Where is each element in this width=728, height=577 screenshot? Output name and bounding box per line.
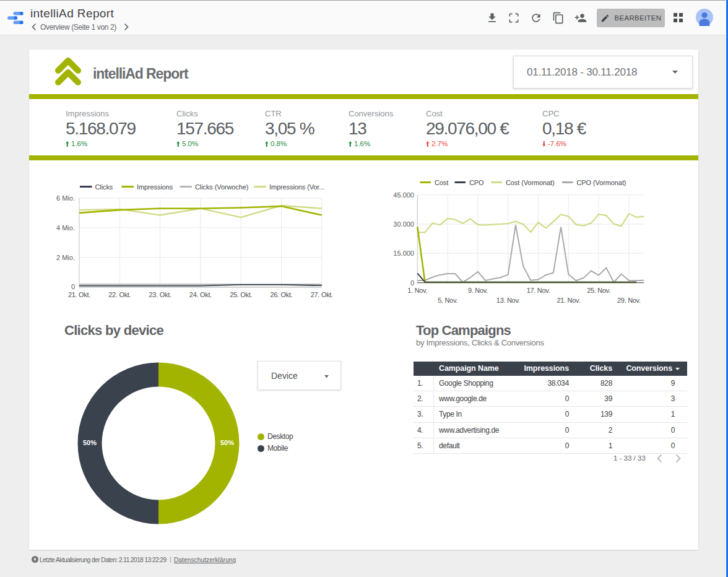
svg-text:22. Okt.: 22. Okt. xyxy=(108,291,131,298)
svg-text:0: 0 xyxy=(410,279,414,287)
svg-text:0: 0 xyxy=(71,283,75,290)
svg-text:CPO: CPO xyxy=(469,179,484,186)
svg-text:Cost: Cost xyxy=(435,179,448,186)
svg-text:1. Nov.: 1. Nov. xyxy=(407,287,427,294)
svg-text:21. Nov.: 21. Nov. xyxy=(557,297,580,304)
svg-text:17. Nov.: 17. Nov. xyxy=(527,287,550,294)
svg-text:Clicks: Clicks xyxy=(95,183,113,191)
svg-text:Cost (Vormonat): Cost (Vormonat) xyxy=(506,179,555,186)
svg-text:CPO (Vormonat): CPO (Vormonat) xyxy=(577,179,626,186)
svg-text:13. Nov.: 13. Nov. xyxy=(496,297,520,304)
svg-text:6 Mio.: 6 Mio. xyxy=(56,194,75,202)
svg-text:50%: 50% xyxy=(220,439,234,446)
svg-text:25. Nov.: 25. Nov. xyxy=(587,287,610,294)
svg-text:21. Okt.: 21. Okt. xyxy=(68,291,90,298)
svg-text:5. Nov.: 5. Nov. xyxy=(438,297,457,304)
svg-text:50%: 50% xyxy=(83,439,97,446)
svg-text:45.000: 45.000 xyxy=(393,191,414,199)
svg-text:4 Mio.: 4 Mio. xyxy=(56,224,75,232)
svg-text:25. Okt.: 25. Okt. xyxy=(230,291,252,298)
svg-text:2 Mio.: 2 Mio. xyxy=(56,254,75,261)
svg-text:24. Okt.: 24. Okt. xyxy=(189,291,212,298)
svg-text:Impressions (Vor...: Impressions (Vor... xyxy=(269,183,324,191)
svg-text:27. Okt.: 27. Okt. xyxy=(311,291,333,298)
svg-text:15.000: 15.000 xyxy=(393,249,414,257)
svg-text:9. Nov.: 9. Nov. xyxy=(468,287,488,294)
svg-text:23. Okt.: 23. Okt. xyxy=(149,291,171,298)
svg-text:Clicks (Vorwoche): Clicks (Vorwoche) xyxy=(195,183,248,191)
svg-text:29. Nov.: 29. Nov. xyxy=(617,297,641,304)
svg-text:30.000: 30.000 xyxy=(393,220,414,228)
svg-text:26. Okt.: 26. Okt. xyxy=(270,291,292,298)
svg-text:Impressions: Impressions xyxy=(137,183,173,191)
